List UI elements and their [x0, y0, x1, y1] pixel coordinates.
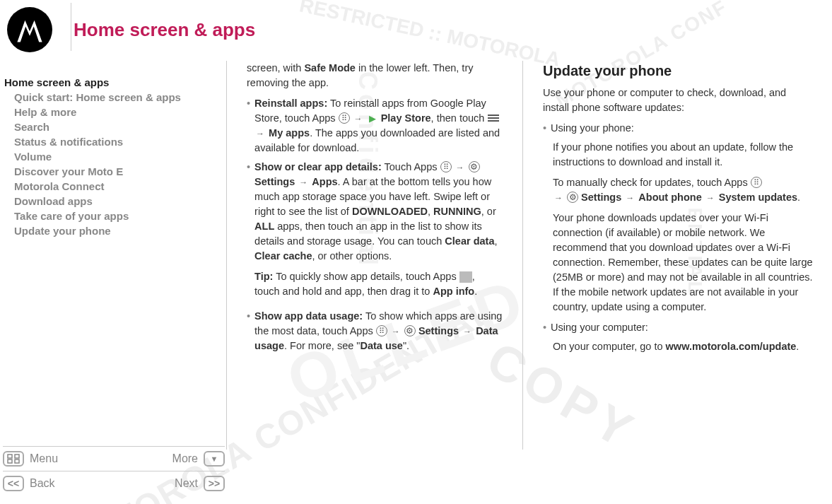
update-phone-heading: Update your phone [543, 61, 813, 81]
more-down-icon [204, 451, 225, 467]
bullet-dot: • [247, 96, 250, 156]
bullet-dot: • [543, 320, 546, 335]
all-bold: ALL [254, 221, 274, 232]
gear-icon [469, 161, 480, 172]
sidebar-nav: Home screen & apps Quick start: Home scr… [0, 61, 219, 450]
back-icon: << [3, 476, 24, 491]
safe-mode-bold: Safe Mode [304, 62, 356, 74]
sidebar-item-motorola-connect[interactable]: Motorola Connect [14, 179, 219, 194]
footer-divider [3, 471, 225, 471]
apps-box-icon [459, 271, 472, 283]
arrow-icon: → [256, 129, 264, 139]
text: On your computer, go to [553, 341, 666, 352]
arrow-icon: → [554, 193, 563, 203]
page-title: Home screen & apps [74, 19, 255, 41]
menu-icon [487, 112, 500, 124]
apps-bold: Apps [312, 176, 337, 187]
header: Home screen & apps [0, 0, 832, 54]
arrow-icon: → [299, 177, 307, 187]
svg-rect-6 [15, 459, 19, 463]
more-label: More [172, 452, 198, 465]
text: To manually check for updates, touch App… [553, 177, 751, 188]
menu-button[interactable]: Menu [3, 451, 58, 467]
sidebar-item-help-more[interactable]: Help & more [14, 105, 219, 119]
play-store-icon [367, 112, 378, 124]
gear-icon [567, 192, 578, 203]
footer-nav: Menu More << Back Next >> [3, 443, 225, 496]
more-button[interactable]: More [172, 451, 225, 467]
arrow-icon: → [463, 327, 471, 336]
svg-rect-3 [8, 455, 12, 458]
using-computer-label: Using your computer: [551, 320, 813, 335]
settings-bold: Settings [581, 192, 621, 203]
apps-icon [751, 177, 762, 188]
bullet-dot: • [543, 121, 546, 136]
arrow-icon: → [456, 163, 464, 172]
sidebar-item-volume[interactable]: Volume [14, 149, 219, 164]
using-phone-label: Using your phone: [551, 121, 813, 136]
text: . For more, see " [284, 340, 360, 351]
about-phone-bold: About phone [638, 192, 701, 203]
text: , or [481, 206, 496, 217]
data-use-bold: Data use [360, 340, 402, 351]
gear-icon [404, 325, 416, 336]
update-phone-p1: If your phone notifies you about an upda… [553, 140, 813, 170]
settings-bold: Settings [418, 325, 459, 336]
content-column-2: Update your phone Use your phone or comp… [543, 61, 826, 450]
content-column-1: screen, with Safe Mode in the lower left… [247, 61, 515, 450]
footer-divider [3, 446, 225, 447]
column-divider [226, 61, 227, 450]
running-bold: RUNNING [433, 206, 481, 217]
sidebar-item-status-notifications[interactable]: Status & notifications [14, 134, 219, 149]
next-button[interactable]: Next >> [175, 476, 225, 491]
clear-cache-bold: Clear cache [254, 250, 312, 262]
update-url: www.motorola.com/update [666, 341, 797, 352]
reinstall-apps-label: Reinstall apps: [254, 98, 327, 109]
update-phone-p3: Your phone downloads updates over your W… [553, 211, 813, 315]
downloaded-bold: DOWNLOADED [352, 206, 428, 217]
text: . [474, 286, 477, 297]
text: screen, with [247, 62, 304, 74]
sidebar-item-quick-start[interactable]: Quick start: Home screen & apps [14, 90, 219, 105]
my-apps-bold: My apps [269, 127, 310, 139]
svg-rect-5 [8, 459, 12, 463]
play-store-bold: Play Store [381, 112, 431, 124]
arrow-icon: → [392, 327, 400, 336]
sidebar-item-home-screen-apps[interactable]: Home screen & apps [4, 75, 219, 90]
text: Touch Apps [382, 161, 440, 172]
sidebar-item-update-phone[interactable]: Update your phone [14, 223, 219, 238]
tip-label: Tip: [254, 271, 273, 282]
bullet-dot: • [247, 160, 250, 305]
update-intro: Use your phone or computer to check, dow… [543, 86, 813, 115]
apps-icon [339, 112, 350, 124]
text: To quickly show app details, touch Apps [273, 271, 459, 282]
sidebar-item-search[interactable]: Search [14, 119, 219, 134]
arrow-icon: → [626, 193, 634, 203]
motorola-logo [7, 7, 52, 52]
text: , then touch [431, 112, 488, 124]
apps-icon [440, 161, 452, 172]
show-data-usage-label: Show app data usage: [254, 310, 363, 322]
arrow-icon: → [354, 114, 363, 124]
text: . [796, 341, 799, 352]
back-button[interactable]: << Back [3, 476, 55, 491]
arrow-icon: → [706, 193, 715, 203]
next-label: Next [175, 477, 198, 490]
back-label: Back [30, 477, 55, 490]
menu-label: Menu [30, 452, 58, 465]
app-info-bold: App info [433, 286, 474, 297]
text: ". [403, 340, 409, 351]
text: , or other options. [312, 250, 392, 262]
menu-grid-icon [3, 451, 24, 467]
next-icon: >> [204, 476, 225, 491]
apps-icon [376, 325, 387, 336]
sidebar-item-take-care-apps[interactable]: Take care of your apps [14, 209, 219, 223]
sidebar-item-download-apps[interactable]: Download apps [14, 194, 219, 209]
bullet-dot: • [247, 309, 250, 353]
text: , [494, 235, 497, 247]
settings-bold: Settings [254, 176, 295, 187]
clear-data-bold: Clear data [445, 235, 494, 247]
sidebar-item-discover-moto-e[interactable]: Discover your Moto E [14, 164, 219, 179]
column-divider [522, 61, 523, 450]
system-updates-bold: System updates [719, 192, 797, 203]
